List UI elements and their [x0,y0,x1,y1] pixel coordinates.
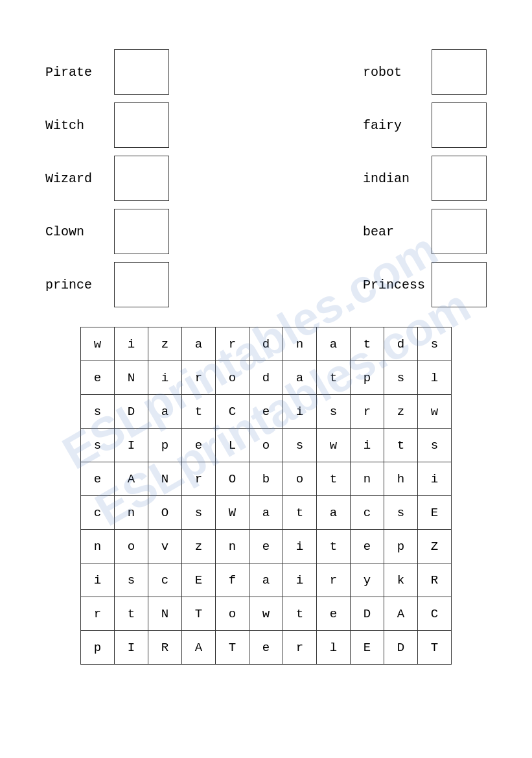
wordsearch-cell: s [81,395,115,429]
wordsearch-cell: r [317,563,351,597]
wordsearch-cell: f [216,563,249,597]
wordsearch-cell: t [317,530,351,563]
draw-box[interactable] [114,49,169,95]
wordsearch-cell: e [249,530,283,563]
left-column: PirateWitchWizardClownprince [45,49,169,307]
wordsearch-row: wizardnatds [81,327,452,361]
wordsearch-cell: D [384,631,418,665]
wordsearch-cell: e [81,462,115,496]
wordsearch-grid: wizardnatdseNirodatpslsDatCeisrzwsIpeLos… [80,327,452,665]
wordsearch-cell: n [81,530,115,563]
wordsearch-cell: r [182,361,216,395]
wordsearch-cell: b [249,462,283,496]
wordsearch-cell: d [249,327,283,361]
wordsearch-cell: l [317,631,351,665]
draw-box[interactable] [114,156,169,201]
wordsearch-row: sDatCeisrzw [81,395,452,429]
wordsearch-cell: o [249,429,283,462]
character-row-left-0: Pirate [45,49,169,95]
wordsearch-cell: y [351,563,384,597]
wordsearch-cell: p [148,429,182,462]
draw-box[interactable] [432,209,487,254]
wordsearch-cell: t [317,361,351,395]
wordsearch-cell: s [384,361,418,395]
draw-box[interactable] [432,102,487,148]
draw-box[interactable] [432,49,487,95]
wordsearch-cell: n [351,462,384,496]
wordsearch-cell: a [249,563,283,597]
wordsearch-cell: p [351,361,384,395]
draw-box[interactable] [432,262,487,307]
wordsearch-cell: I [115,429,148,462]
wordsearch-cell: z [384,395,418,429]
character-row-right-2: indian [363,156,487,201]
wordsearch-cell: c [148,563,182,597]
wordsearch-cell: t [182,395,216,429]
wordsearch-cell: s [81,429,115,462]
wordsearch-cell: T [182,597,216,631]
draw-box[interactable] [114,209,169,254]
wordsearch-cell: w [249,597,283,631]
draw-box[interactable] [432,156,487,201]
character-row-left-4: prince [45,262,169,307]
character-label: Princess [363,278,421,292]
character-row-right-4: Princess [363,262,487,307]
wordsearch-cell: s [418,429,452,462]
wordsearch-cell: d [384,327,418,361]
wordsearch-cell: o [115,530,148,563]
wordsearch-cell: s [317,395,351,429]
wordsearch-cell: A [182,631,216,665]
wordsearch-cell: s [418,327,452,361]
wordsearch-cell: c [81,496,115,530]
wordsearch-cell: W [216,496,249,530]
wordsearch-cell: s [283,429,317,462]
wordsearch-cell: A [115,462,148,496]
wordsearch-cell: e [249,631,283,665]
wordsearch-cell: D [115,395,148,429]
draw-box[interactable] [114,102,169,148]
wordsearch-cell: h [384,462,418,496]
character-row-right-3: bear [363,209,487,254]
character-label: prince [45,278,104,292]
wordsearch-cell: k [384,563,418,597]
character-label: robot [363,65,421,80]
wordsearch-cell: E [182,563,216,597]
wordsearch-cell: t [317,462,351,496]
wordsearch-cell: t [115,597,148,631]
wordsearch-cell: n [216,530,249,563]
wordsearch-cell: r [216,327,249,361]
characters-section: PirateWitchWizardClownprince robotfairyi… [32,49,500,307]
wordsearch-cell: w [317,429,351,462]
wordsearch-cell: r [351,395,384,429]
wordsearch-cell: i [148,361,182,395]
character-row-right-0: robot [363,49,487,95]
draw-box[interactable] [114,262,169,307]
wordsearch-cell: l [418,361,452,395]
wordsearch-cell: C [418,597,452,631]
wordsearch-cell: p [384,530,418,563]
wordsearch-cell: n [283,327,317,361]
wordsearch-cell: E [418,496,452,530]
wordsearch-cell: N [148,597,182,631]
wordsearch-row: novzneitepZ [81,530,452,563]
wordsearch-cell: z [148,327,182,361]
wordsearch-cell: O [216,462,249,496]
character-label: Witch [45,118,104,133]
character-label: Wizard [45,171,104,186]
wordsearch-cell: t [283,496,317,530]
wordsearch-cell: a [249,496,283,530]
wordsearch-cell: d [249,361,283,395]
wordsearch-cell: R [418,563,452,597]
wordsearch-cell: a [317,496,351,530]
wordsearch-cell: o [283,462,317,496]
wordsearch-cell: a [148,395,182,429]
wordsearch-cell: w [81,327,115,361]
character-label: indian [363,171,421,186]
wordsearch-cell: A [384,597,418,631]
wordsearch-cell: r [182,462,216,496]
character-row-left-3: Clown [45,209,169,254]
wordsearch-cell: E [351,631,384,665]
wordsearch-cell: i [418,462,452,496]
wordsearch-cell: w [418,395,452,429]
wordsearch-cell: r [283,631,317,665]
